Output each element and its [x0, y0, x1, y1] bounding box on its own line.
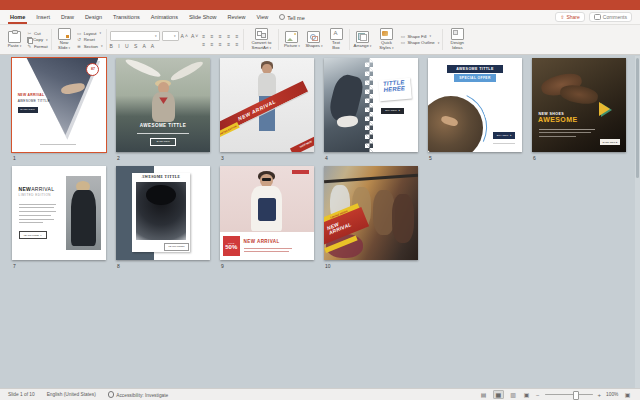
ribbon-divider	[349, 29, 350, 50]
clipboard-icon	[8, 31, 21, 43]
tab-insert[interactable]: Insert	[36, 14, 50, 20]
slide-counter: Slide 1 of 10	[8, 392, 35, 397]
vertical-scrollbar[interactable]	[635, 56, 640, 388]
slide-thumbnail-10[interactable]: Limited edition NEWARRIVAL 10	[324, 166, 418, 269]
body-line	[539, 132, 592, 133]
paste-button[interactable]: Paste	[5, 27, 24, 52]
photo-detail	[152, 92, 176, 122]
font-size-combo[interactable]	[162, 31, 179, 41]
section-button[interactable]: ≣Section	[77, 44, 103, 49]
normal-view-button[interactable]: ▤	[479, 391, 488, 398]
slide-thumbnail-6[interactable]: NEW SHOES AWESOME SHOP NOW▸ 6	[532, 58, 626, 161]
slide-number: 8	[117, 263, 210, 269]
convert-smartart-button[interactable]: Convert to SmartArt	[247, 27, 275, 52]
body-line	[19, 211, 57, 212]
language-status[interactable]: English (United States)	[47, 392, 96, 397]
discount-percent: 50%	[225, 244, 237, 250]
tab-animations[interactable]: Animations	[151, 14, 178, 20]
new-slide-button[interactable]: New Slide	[55, 27, 74, 52]
slide-title: AWESOME TITTLE	[132, 175, 190, 179]
tab-review[interactable]: Review	[227, 14, 245, 20]
slide-thumbnail-2[interactable]: AWESOME TITTLE SHOP NOW 2	[116, 58, 210, 161]
tab-draw[interactable]: Draw	[61, 14, 74, 20]
slide-thumbnail-8[interactable]: AWESOME TITTLE LEARN MORE ▸ 8	[116, 166, 210, 269]
format-label: Format	[34, 44, 48, 49]
tab-design[interactable]: Design	[85, 14, 102, 20]
copy-button[interactable]: Copy	[27, 37, 48, 42]
share-button[interactable]: ⇧Share	[555, 12, 585, 22]
slide-subtitle: LIMITED EDITION	[19, 193, 51, 197]
photo-detail	[260, 174, 272, 186]
learn-more-button: LEARN MORE →	[19, 231, 47, 240]
reset-button[interactable]: ↺Reset	[77, 37, 103, 42]
align-buttons[interactable]: ≡ ≡ ≡ ≡ ≡	[202, 41, 240, 47]
tab-tell-me[interactable]: Tell me	[279, 14, 304, 21]
checker-transition	[365, 58, 380, 152]
zoom-out-button[interactable]: −	[536, 392, 540, 398]
tab-slide-show[interactable]: Slide Show	[189, 14, 217, 20]
blue-arc	[428, 82, 496, 152]
cut-label: Cut	[34, 31, 41, 36]
slide-sorter-view-button[interactable]: ▦	[493, 390, 504, 399]
zoom-slider[interactable]	[545, 394, 593, 396]
slide-title: TITTLEHEREE	[380, 78, 409, 93]
slide-thumbnail-3[interactable]: NEW ARRIVAL LIMITED EDITION SHOP NOW 3	[220, 58, 314, 161]
lightbulb-icon	[279, 14, 285, 20]
design-ideas-label: Design Ideas	[447, 41, 467, 51]
new-slide-label: New Slide	[56, 41, 72, 51]
text-box-button[interactable]: Text Box	[327, 27, 346, 52]
zoom-in-button[interactable]: +	[598, 392, 602, 398]
reset-label: Reset	[84, 37, 95, 42]
font-resize-buttons[interactable]: A˄ A˅	[181, 33, 200, 39]
comment-bubble-icon	[594, 14, 601, 20]
slide-thumbnail-7[interactable]: NEWARRIVAL LIMITED EDITION LEARN MORE → …	[12, 166, 106, 269]
design-ideas-button[interactable]: Design Ideas	[446, 27, 468, 52]
subtitle-bar: SPECIAL OFFER	[454, 74, 495, 82]
accessibility-icon	[108, 391, 115, 398]
slide-thumbnail-5[interactable]: AWESOME TITTLE SPECIAL OFFER BUY NOW▸ 5	[428, 58, 522, 161]
layout-button[interactable]: ▭Layout	[77, 31, 103, 36]
design-ideas-icon	[451, 28, 464, 40]
slide-thumbnail-1[interactable]: 87 NEW ARRIVAL AWESOME TITTLE SHOP NOW 1	[12, 58, 106, 161]
number-badge: 87	[86, 63, 99, 76]
zoom-level[interactable]: 100%	[606, 392, 618, 397]
cut-button[interactable]: ✂Cut	[27, 31, 48, 36]
ribbon-divider	[442, 29, 443, 50]
powerpoint-window: Home Insert Draw Design Transitions Anim…	[0, 0, 640, 400]
paste-label: Paste	[8, 44, 22, 49]
slide-thumbnail-4[interactable]: TITTLEHEREE BUY NOW▸ 4	[324, 58, 418, 161]
list-buttons[interactable]: ≡ ≡ ≡ ≡ ≡	[202, 33, 240, 39]
font-name-combo[interactable]	[110, 31, 160, 41]
shape-fill-button[interactable]: ▭Shape Fill	[400, 34, 439, 39]
fit-to-window-button[interactable]: ▣	[623, 391, 632, 398]
photo-detail	[262, 178, 271, 180]
scrollbar-thumb[interactable]	[636, 58, 639, 178]
format-painter-button[interactable]: ✎Format	[27, 44, 48, 49]
reading-view-button[interactable]: ▥	[509, 391, 518, 398]
slide-kicker: NEW ARRIVAL	[18, 93, 45, 97]
slide-number: 1	[13, 155, 106, 161]
font-group: A˄ A˅ B I U S A A	[110, 27, 200, 52]
body-line	[539, 129, 595, 130]
quick-styles-button[interactable]: Quick Styles	[375, 27, 397, 52]
zoom-slider-thumb[interactable]	[573, 391, 579, 400]
tab-view[interactable]: View	[257, 14, 269, 20]
slide-5-preview: AWESOME TITTLE SPECIAL OFFER BUY NOW▸	[428, 58, 522, 152]
slide-4-preview: TITTLEHEREE BUY NOW▸	[324, 58, 418, 152]
slide-show-button[interactable]: ▣	[522, 391, 531, 398]
slide-title: AWESOME TITTLE	[18, 99, 50, 103]
shapes-button[interactable]: Shapes	[304, 27, 323, 52]
shape-outline-button[interactable]: ▭Shape Outline	[400, 40, 439, 45]
ribbon: Paste ✂Cut Copy ✎Format New Slide ▭Layou…	[0, 25, 640, 55]
slide-thumbnail-9[interactable]: UPTO 50% NEW ARRIVAL 9	[220, 166, 314, 269]
font-style-buttons[interactable]: B I U S A A	[110, 43, 156, 49]
buy-now-button: BUY NOW▸	[493, 132, 516, 139]
section-icon: ≣	[77, 44, 82, 49]
tab-transitions[interactable]: Transitions	[113, 14, 140, 20]
picture-button[interactable]: Picture	[282, 27, 301, 52]
arrange-button[interactable]: Arrange	[353, 27, 373, 52]
accessibility-status[interactable]: Accessibility: Investigate	[108, 391, 169, 398]
photo-detail	[71, 190, 95, 246]
tab-home[interactable]: Home	[10, 14, 25, 20]
comments-button[interactable]: Comments	[589, 12, 632, 22]
